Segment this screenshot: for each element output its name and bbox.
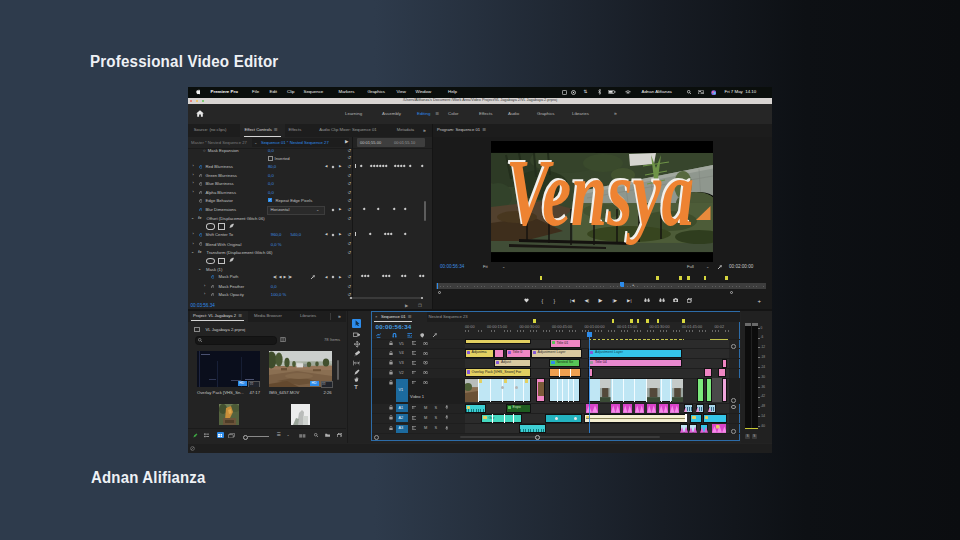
svg-text:Vensya: Vensya: [506, 141, 694, 246]
